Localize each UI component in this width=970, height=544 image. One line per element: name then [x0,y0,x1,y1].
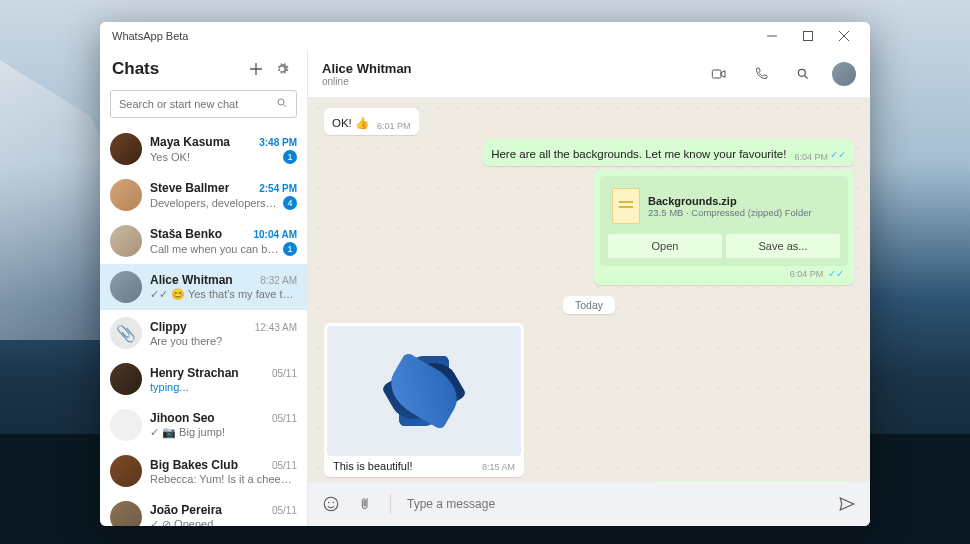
avatar [110,271,142,303]
chat-name: Steve Ballmer [150,181,229,195]
conversation-header: Alice Whitman online [308,50,870,98]
avatar [110,455,142,487]
chat-item-henry[interactable]: Henry Strachan05/11typing... [100,356,307,402]
avatar [110,133,142,165]
chat-item-steve[interactable]: Steve Ballmer2:54 PMDevelopers, develope… [100,172,307,218]
chat-preview: ✓✓ 😊 Yes that's my fave too! [150,288,297,301]
search-input[interactable] [119,98,276,110]
svg-point-3 [798,69,805,76]
chat-item-clippy[interactable]: 📎Clippy12:43 AMAre you there? [100,310,307,356]
chat-name: Maya Kasuma [150,135,230,149]
send-button[interactable] [834,491,860,517]
open-attachment-button[interactable]: Open [608,234,722,258]
message-list: OK! 👍6:01 PM Here are all the background… [308,98,870,482]
message-input[interactable] [401,491,824,517]
day-divider: Today [324,295,854,313]
maximize-button[interactable] [790,24,826,48]
avatar: 📎 [110,317,142,349]
attach-button[interactable] [354,491,380,517]
chat-item-maya[interactable]: Maya Kasuma3:48 PMYes OK!1 [100,126,307,172]
search-box[interactable] [110,90,297,118]
chat-list: Maya Kasuma3:48 PMYes OK!1 Steve Ballmer… [100,126,307,526]
chat-time: 12:43 AM [255,322,297,333]
chat-preview: Call me when you can because... [150,243,279,255]
search-icon [276,95,288,113]
chat-preview: Are you there? [150,335,222,347]
chat-name: João Pereira [150,503,222,517]
chat-item-stasa[interactable]: Staša Benko10:04 AMCall me when you can … [100,218,307,264]
contact-status: online [322,76,706,87]
chat-time: 10:04 AM [253,229,297,240]
chat-item-alice[interactable]: Alice Whitman8:32 AM✓✓ 😊 Yes that's my f… [100,264,307,310]
image-thumbnail[interactable] [327,326,521,456]
chat-name: Alice Whitman [150,273,233,287]
svg-rect-2 [712,70,721,78]
chat-name: Jihoon Seo [150,411,215,425]
svg-rect-0 [804,32,813,41]
chat-name: Clippy [150,320,187,334]
video-call-button[interactable] [706,61,732,87]
chat-item-bigbakes[interactable]: Big Bakes Club05/11Rebecca: Yum! Is it a… [100,448,307,494]
svg-point-1 [278,99,284,105]
unread-badge: 4 [283,196,297,210]
image-message[interactable]: This is beautiful!8:15 AM [324,323,524,477]
search-in-chat-button[interactable] [790,61,816,87]
attachment-message[interactable]: Backgrounds.zip 23.5 MB · Compressed (zi… [594,170,854,285]
avatar [110,363,142,395]
titlebar: WhatsApp Beta [100,22,870,50]
chat-item-jihoon[interactable]: Jihoon Seo05/11✓ 📷 Big jump! [100,402,307,448]
sidebar: Chats Maya Kasuma3:48 PMYes OK!1 Steve B… [100,50,308,526]
emoji-button[interactable] [318,491,344,517]
attachment-meta: 23.5 MB · Compressed (zipped) Folder [648,207,812,218]
chat-preview: typing... [150,381,189,393]
chat-time: 05/11 [272,368,297,379]
settings-button[interactable] [269,56,295,82]
read-ticks-icon: ✓✓ [830,149,846,160]
avatar [110,179,142,211]
avatar [110,225,142,257]
minimize-button[interactable] [754,24,790,48]
svg-point-5 [328,502,330,504]
chat-name: Henry Strachan [150,366,239,380]
read-ticks-icon: ✓✓ [825,268,844,279]
chat-item-joao[interactable]: João Pereira05/11✓ ⊘ Opened [100,494,307,526]
image-caption: This is beautiful! [333,460,412,472]
chat-time: 3:48 PM [259,137,297,148]
chat-time: 05/11 [272,460,297,471]
save-attachment-button[interactable]: Save as... [726,234,840,258]
chat-name: Staša Benko [150,227,222,241]
chat-preview: Yes OK! [150,151,190,163]
contact-name: Alice Whitman [322,61,706,76]
message-outgoing[interactable]: 😍 Yes that's my fave too8:32 AM✓✓ [650,481,854,482]
close-button[interactable] [826,24,862,48]
chat-time: 05/11 [272,505,297,516]
attachment-filename: Backgrounds.zip [648,195,812,207]
svg-point-6 [333,502,335,504]
profile-avatar[interactable] [832,62,856,86]
new-chat-button[interactable] [243,56,269,82]
zip-file-icon [612,188,640,224]
chat-time: 8:32 AM [260,275,297,286]
message-input-bar [308,482,870,526]
sidebar-title: Chats [112,59,243,79]
message-incoming[interactable]: OK! 👍6:01 PM [324,108,419,135]
voice-call-button[interactable] [748,61,774,87]
chat-time: 05/11 [272,413,297,424]
app-window: WhatsApp Beta Chats Maya Kasuma3:48 PMYe… [100,22,870,526]
chat-preview: ✓ 📷 Big jump! [150,426,225,439]
unread-badge: 1 [283,242,297,256]
unread-badge: 1 [283,150,297,164]
conversation-pane: Alice Whitman online OK! 👍6:01 PM Here a… [308,50,870,526]
avatar [110,409,142,441]
message-outgoing[interactable]: Here are all the backgrounds. Let me kno… [483,139,854,166]
svg-point-4 [324,497,338,511]
chat-name: Big Bakes Club [150,458,238,472]
chat-preview: Developers, developers, develo... [150,197,279,209]
chat-time: 2:54 PM [259,183,297,194]
window-title: WhatsApp Beta [108,30,188,42]
avatar [110,501,142,526]
chat-preview: Rebecca: Yum! Is it a cheesecake? [150,473,297,485]
chat-preview: ✓ ⊘ Opened [150,518,213,526]
